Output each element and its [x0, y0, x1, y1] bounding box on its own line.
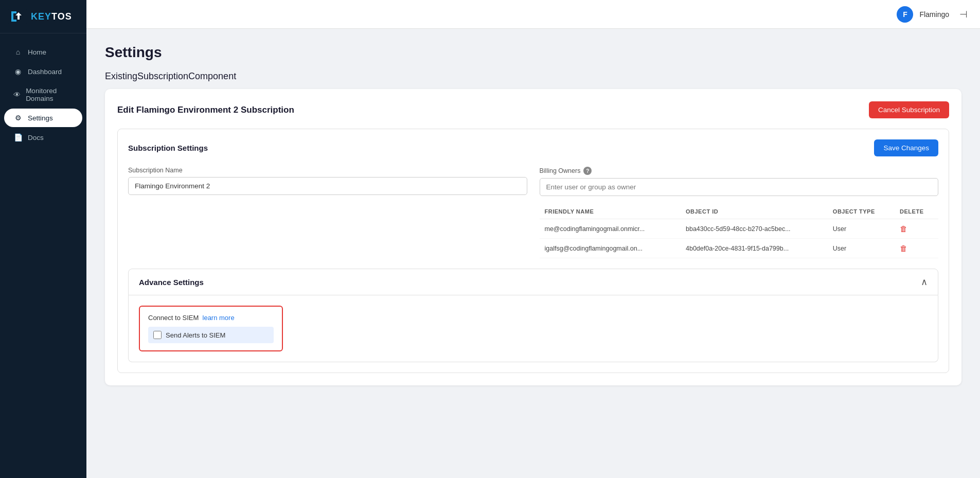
siem-label: Connect to SIEM learn more [148, 314, 274, 322]
chevron-up-icon: ∧ [921, 276, 928, 288]
billing-owners-group: Billing Owners ? Friendly Name Object ID [540, 167, 939, 258]
settings-box: Subscription Settings Save Changes Subsc… [117, 129, 949, 373]
section-heading: ExistingSubscriptionComponent [105, 71, 961, 82]
send-alerts-label: Send Alerts to SIEM [166, 331, 225, 339]
delete-icon[interactable]: 🗑 [900, 224, 907, 233]
send-alerts-checkbox-row: Send Alerts to SIEM [148, 327, 274, 343]
col-friendly-name: Friendly Name [540, 204, 681, 219]
content-area: Settings ExistingSubscriptionComponent E… [86, 29, 980, 478]
save-changes-button[interactable]: Save Changes [874, 139, 938, 156]
settings-box-header: Subscription Settings Save Changes [128, 139, 938, 156]
gear-icon: ⚙ [13, 114, 23, 122]
table-row: me@codingflamingogmail.onmicr... bba430c… [540, 219, 939, 239]
card-title: Edit Flamingo Environment 2 Subscription [117, 105, 294, 115]
table-row: igalfsg@codingflamingogmail.on... 4b0def… [540, 239, 939, 258]
card-header: Edit Flamingo Environment 2 Subscription… [117, 101, 949, 118]
advance-settings-section: Advance Settings ∧ Connect to SIEM learn… [128, 269, 938, 362]
subscription-name-input[interactable] [128, 177, 527, 195]
sidebar-item-label: Settings [28, 114, 53, 122]
page-title: Settings [105, 44, 961, 61]
main-area: F Flamingo ⊣ Settings ExistingSubscripti… [86, 0, 980, 478]
sidebar-item-label: Home [28, 48, 46, 56]
siem-box: Connect to SIEM learn more Send Alerts t… [139, 306, 283, 351]
sidebar-item-dashboard[interactable]: ◉ Dashboard [4, 62, 82, 81]
logo-icon [8, 7, 27, 26]
home-icon: ⌂ [13, 48, 23, 56]
delete-cell: 🗑 [895, 239, 938, 258]
logo-text: KEYTOS [31, 11, 72, 22]
object-id-cell: bba430cc-5d59-48cc-b270-ac5bec... [681, 219, 828, 239]
topbar: F Flamingo ⊣ [86, 0, 980, 29]
sidebar: KEYTOS ⌂ Home ◉ Dashboard 👁 Monitored Do… [0, 0, 86, 478]
sidebar-item-settings[interactable]: ⚙ Settings [4, 109, 82, 127]
billing-owners-label: Billing Owners [540, 167, 581, 174]
send-alerts-checkbox[interactable] [153, 331, 162, 339]
settings-form-row: Subscription Name Billing Owners ? [128, 167, 938, 258]
sidebar-nav: ⌂ Home ◉ Dashboard 👁 Monitored Domains ⚙… [0, 33, 86, 478]
sidebar-item-monitored-domains[interactable]: 👁 Monitored Domains [4, 82, 82, 108]
help-icon[interactable]: ? [583, 167, 592, 175]
owners-input-wrap [540, 178, 939, 196]
main-card: Edit Flamingo Environment 2 Subscription… [105, 89, 961, 385]
delete-icon[interactable]: 🗑 [900, 244, 907, 253]
billing-owners-label-row: Billing Owners ? [540, 167, 939, 175]
friendly-name-cell: me@codingflamingogmail.onmicr... [540, 219, 681, 239]
col-delete: Delete [895, 204, 938, 219]
sidebar-item-label: Dashboard [28, 68, 62, 76]
object-type-cell: User [828, 219, 895, 239]
col-object-type: Object Type [828, 204, 895, 219]
sidebar-item-home[interactable]: ⌂ Home [4, 43, 82, 61]
subscription-name-label: Subscription Name [128, 167, 527, 174]
advance-settings-body: Connect to SIEM learn more Send Alerts t… [128, 295, 938, 362]
object-type-cell: User [828, 239, 895, 258]
object-id-cell: 4b0def0a-20ce-4831-9f15-da799b... [681, 239, 828, 258]
advance-settings-header[interactable]: Advance Settings ∧ [128, 269, 938, 295]
friendly-name-cell: igalfsg@codingflamingogmail.on... [540, 239, 681, 258]
docs-icon: 📄 [13, 133, 23, 141]
col-object-id: Object ID [681, 204, 828, 219]
advance-settings-title: Advance Settings [139, 278, 204, 287]
siem-learn-more-link[interactable]: learn more [203, 314, 235, 322]
delete-cell: 🗑 [895, 219, 938, 239]
logout-icon[interactable]: ⊣ [959, 9, 968, 20]
eye-icon: 👁 [13, 91, 21, 99]
sidebar-item-docs[interactable]: 📄 Docs [4, 128, 82, 147]
billing-owners-input[interactable] [540, 178, 939, 196]
logo-area: KEYTOS [0, 0, 86, 33]
avatar: F [897, 6, 913, 23]
owners-table: Friendly Name Object ID Object Type Dele… [540, 204, 939, 258]
user-name: Flamingo [919, 10, 949, 19]
dashboard-icon: ◉ [13, 67, 23, 76]
sidebar-item-label: Docs [28, 134, 44, 141]
settings-box-title: Subscription Settings [128, 144, 208, 152]
subscription-name-group: Subscription Name [128, 167, 527, 258]
sidebar-item-label: Monitored Domains [26, 87, 73, 102]
cancel-subscription-button[interactable]: Cancel Subscription [869, 101, 949, 118]
